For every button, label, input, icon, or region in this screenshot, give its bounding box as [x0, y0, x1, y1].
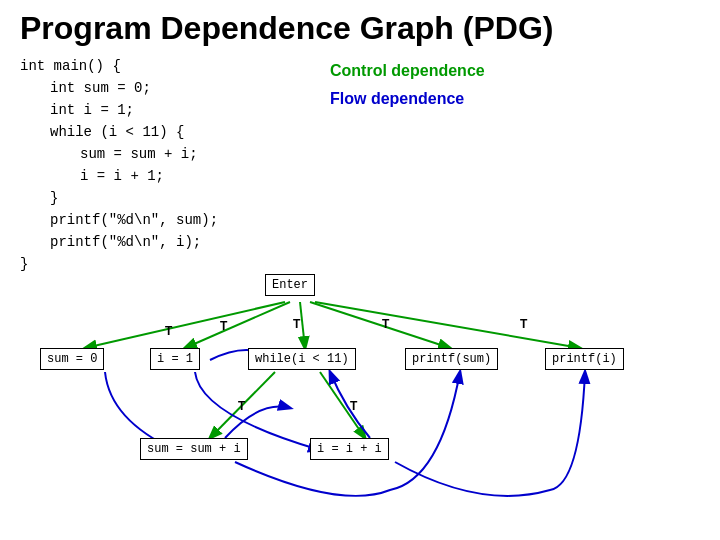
svg-text:T: T [293, 317, 301, 331]
code-line-2: int sum = 0; [20, 77, 218, 99]
node-enter: Enter [265, 274, 315, 296]
pdg-graph: T T T T T T T Enter sum = 0 i = 1 while(… [10, 260, 710, 530]
code-block: int main() { int sum = 0; int i = 1; whi… [20, 55, 218, 275]
svg-text:T: T [350, 399, 358, 413]
node-while: while(i < 11) [248, 348, 356, 370]
control-dependence-label: Control dependence [330, 62, 485, 79]
svg-text:T: T [382, 317, 390, 331]
flow-dependence-label: Flow dependence [330, 90, 464, 107]
flow-dependence-legend: Flow dependence [330, 90, 485, 108]
control-dependence-legend: Control dependence [330, 62, 485, 80]
code-line-1: int main() { [20, 55, 218, 77]
code-line-7: } [20, 187, 218, 209]
svg-line-1 [185, 302, 290, 348]
code-line-6: i = i + 1; [20, 165, 218, 187]
svg-line-0 [85, 302, 285, 348]
code-line-8: printf("%d\n", sum); [20, 209, 218, 231]
code-line-5: sum = sum + i; [20, 143, 218, 165]
code-line-9: printf("%d\n", i); [20, 231, 218, 253]
node-sum0: sum = 0 [40, 348, 104, 370]
code-line-4: while (i < 11) { [20, 121, 218, 143]
svg-text:T: T [520, 317, 528, 331]
svg-text:T: T [238, 399, 246, 413]
svg-text:T: T [165, 324, 173, 338]
svg-text:T: T [220, 319, 228, 333]
node-printf-sum: printf(sum) [405, 348, 498, 370]
node-i-expr: i = i + i [310, 438, 389, 460]
legend: Control dependence Flow dependence [330, 62, 485, 118]
node-sum-expr: sum = sum + i [140, 438, 248, 460]
node-i1: i = 1 [150, 348, 200, 370]
arrows-svg: T T T T T T T [10, 260, 710, 530]
svg-line-4 [315, 302, 580, 348]
svg-line-2 [300, 302, 305, 348]
node-printf-i: printf(i) [545, 348, 624, 370]
svg-line-6 [320, 372, 365, 438]
svg-line-3 [310, 302, 450, 348]
code-line-3: int i = 1; [20, 99, 218, 121]
page-title: Program Dependence Graph (PDG) [0, 0, 720, 52]
